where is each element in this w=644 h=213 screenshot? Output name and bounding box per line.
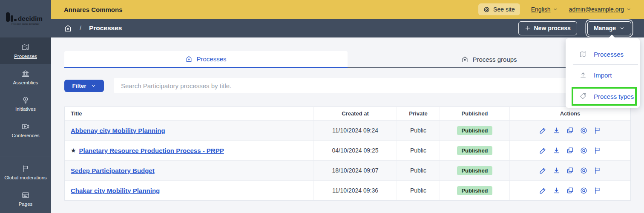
title-cell: ★ Sedep Participatory Budget — [65, 161, 313, 180]
processes-table: Title Created at Private Published Actio… — [64, 106, 631, 201]
download-icon — [552, 147, 561, 155]
table-row: ★ Sedep Participatory Budget 18/10/2024 … — [65, 160, 630, 180]
moderations-button[interactable] — [593, 187, 601, 195]
sidebar-divider — [0, 156, 51, 156]
title-cell: ★ Planetary Resource Production Process … — [65, 141, 313, 160]
actions-cell — [509, 121, 630, 140]
manage-dropdown: Processes Import Process types — [566, 38, 640, 108]
video-icon — [21, 122, 30, 131]
breadcrumb-separator: / — [80, 25, 81, 32]
moderate-flag-icon — [593, 167, 601, 175]
column-header-private: Private — [397, 107, 440, 120]
topbar-actions: See site English admin@example.org — [478, 3, 631, 15]
column-header-title: Title — [65, 107, 313, 120]
see-site-label: See site — [493, 6, 515, 13]
download-icon — [552, 127, 561, 135]
export-button[interactable] — [552, 187, 561, 195]
moderate-flag-icon — [593, 127, 601, 135]
title-cell: ★ Abbenay city Mobility Planning — [65, 121, 313, 140]
duplicate-button[interactable] — [566, 147, 574, 155]
duplicate-button[interactable] — [566, 127, 574, 135]
filter-row: Filter — [64, 78, 631, 93]
published-cell: Published — [440, 121, 509, 140]
new-process-button[interactable]: New process — [518, 21, 577, 35]
flag-icon — [21, 164, 30, 173]
process-title-link[interactable]: Chakar city Mobility Planning — [71, 187, 160, 194]
account-menu[interactable]: admin@example.org — [569, 6, 631, 13]
breadcrumb-current[interactable]: Processes — [89, 24, 122, 32]
chevron-down-icon — [91, 83, 96, 89]
plus-icon — [525, 25, 531, 31]
actions-cell — [509, 141, 630, 160]
main-content: Processes Process groups Filter Title Cr… — [51, 37, 644, 213]
edit-button[interactable] — [539, 127, 547, 135]
process-group-icon — [461, 56, 469, 63]
moderations-button[interactable] — [593, 127, 601, 135]
export-button[interactable] — [552, 147, 561, 155]
preview-button[interactable] — [580, 187, 588, 195]
process-title-link[interactable]: Planetary Resource Production Process - … — [79, 147, 224, 154]
duplicate-button[interactable] — [566, 167, 574, 175]
star-icon: ★ — [71, 147, 76, 154]
process-title-link[interactable]: Sedep Participatory Budget — [71, 167, 155, 174]
preview-button[interactable] — [580, 127, 588, 135]
column-header-actions: Actions — [509, 107, 630, 120]
language-selector[interactable]: English — [531, 6, 558, 13]
duplicate-icon — [566, 167, 574, 175]
search-input[interactable] — [114, 78, 631, 93]
sidebar-item-initiatives[interactable]: Initiatives — [0, 90, 51, 117]
edit-button[interactable] — [539, 147, 547, 155]
tab-label: Processes — [196, 55, 226, 63]
top-bar: Annares Commons See site English admin@e… — [51, 0, 644, 19]
moderate-flag-icon — [593, 187, 601, 195]
manage-label: Manage — [594, 25, 616, 32]
preview-icon — [580, 127, 588, 135]
edit-button[interactable] — [539, 187, 547, 195]
title-cell: ★ Chakar city Mobility Planning — [65, 181, 313, 200]
table-header-row: Title Created at Private Published Actio… — [65, 107, 630, 120]
decidim-logo-tagline: Free open-source democracy — [12, 23, 51, 25]
manage-button[interactable]: Manage — [587, 21, 631, 35]
duplicate-button[interactable] — [566, 187, 574, 195]
sidebar-item-label: Global moderations — [4, 175, 47, 180]
sidebar-item-label: Pages — [19, 201, 33, 207]
map-icon — [579, 50, 587, 58]
sidebar-item-processes[interactable]: Processes — [0, 37, 51, 64]
manage-menu-item-import[interactable]: Import — [566, 66, 640, 84]
moderations-button[interactable] — [593, 147, 601, 155]
home-icon[interactable] — [64, 24, 72, 32]
chevron-down-icon — [619, 26, 625, 31]
preview-button[interactable] — [580, 167, 588, 175]
map-icon — [21, 43, 30, 52]
table-row: ★ Planetary Resource Production Process … — [65, 140, 630, 160]
manage-menu-item-processes[interactable]: Processes — [566, 45, 640, 63]
edit-button[interactable] — [539, 167, 547, 175]
tab-bar: Processes Process groups — [64, 51, 631, 68]
actions-cell — [509, 161, 630, 180]
download-icon — [552, 167, 561, 175]
preview-button[interactable] — [580, 147, 588, 155]
download-icon — [552, 187, 561, 195]
see-site-button[interactable]: See site — [478, 3, 520, 15]
table-row: ★ Chakar city Mobility Planning 11/10/20… — [65, 180, 630, 200]
export-button[interactable] — [552, 127, 561, 135]
tab-processes[interactable]: Processes — [64, 51, 348, 68]
sidebar-item-assemblies[interactable]: Assemblies — [0, 64, 51, 90]
chevron-down-icon — [626, 7, 631, 12]
duplicate-icon — [566, 127, 574, 135]
sidebar-item-conferences[interactable]: Conferences — [0, 117, 51, 143]
moderations-button[interactable] — [593, 167, 601, 175]
menu-divider — [573, 64, 638, 65]
language-label: English — [531, 6, 551, 13]
export-button[interactable] — [552, 167, 561, 175]
decidim-logo[interactable]: decidim Free open-source democracy — [0, 0, 51, 37]
preview-icon — [580, 147, 588, 155]
process-icon — [185, 55, 193, 63]
private-cell: Public — [397, 181, 440, 200]
filter-label: Filter — [72, 83, 86, 89]
process-title-link[interactable]: Abbenay city Mobility Planning — [71, 127, 165, 134]
sidebar-item-pages[interactable]: Pages — [0, 185, 51, 212]
filter-button[interactable]: Filter — [64, 80, 104, 92]
manage-menu-item-process-types[interactable]: Process types — [572, 87, 637, 106]
sidebar-item-global-moderations[interactable]: Global moderations — [0, 159, 51, 185]
